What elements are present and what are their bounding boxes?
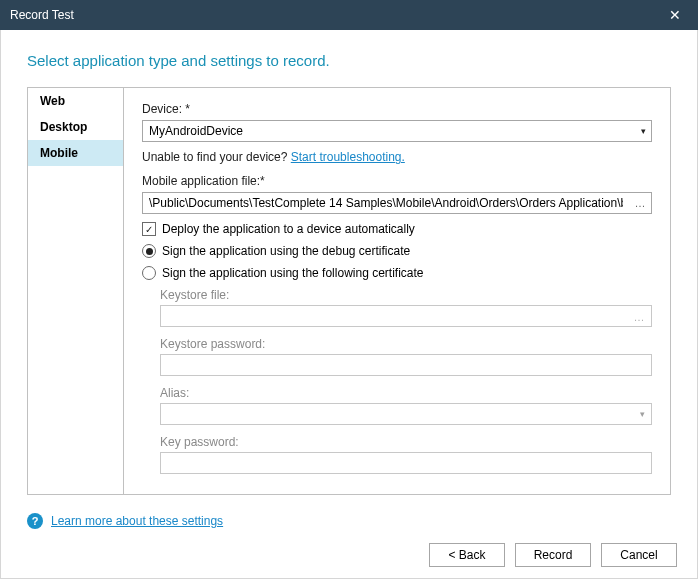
device-label: Device: * bbox=[142, 102, 652, 116]
titlebar: Record Test ✕ bbox=[0, 0, 698, 30]
appfile-label: Mobile application file:* bbox=[142, 174, 652, 188]
back-button[interactable]: < Back bbox=[429, 543, 505, 567]
content: Select application type and settings to … bbox=[1, 30, 697, 505]
main-panel: Web Desktop Mobile Device: * MyAndroidDe… bbox=[27, 87, 671, 495]
info-icon: ? bbox=[27, 513, 43, 529]
deploy-label: Deploy the application to a device autom… bbox=[162, 222, 415, 236]
tab-mobile[interactable]: Mobile bbox=[28, 140, 123, 166]
sign-custom-row: Sign the application using the following… bbox=[142, 266, 652, 280]
record-button[interactable]: Record bbox=[515, 543, 591, 567]
tab-web[interactable]: Web bbox=[28, 88, 123, 114]
sign-debug-row: Sign the application using the debug cer… bbox=[142, 244, 652, 258]
appfile-input-wrap: \Public\Documents\TestComplete 14 Sample… bbox=[142, 192, 652, 214]
dialog-body: Select application type and settings to … bbox=[0, 30, 698, 579]
keystore-pwd-input bbox=[160, 354, 652, 376]
alias-select: ▾ bbox=[160, 403, 652, 425]
certificate-group: Keystore file: … Keystore password: Alia… bbox=[160, 288, 652, 474]
browse-icon: … bbox=[629, 308, 649, 326]
mobile-panel: Device: * MyAndroidDevice ▾ Unable to fi… bbox=[124, 88, 670, 494]
button-row: < Back Record Cancel bbox=[1, 533, 697, 579]
sign-custom-radio[interactable] bbox=[142, 266, 156, 280]
keystore-file-label: Keystore file: bbox=[160, 288, 652, 302]
appfile-value: \Public\Documents\TestComplete 14 Sample… bbox=[149, 193, 623, 213]
alias-label: Alias: bbox=[160, 386, 652, 400]
sign-debug-radio[interactable] bbox=[142, 244, 156, 258]
sign-custom-label: Sign the application using the following… bbox=[162, 266, 424, 280]
device-select-value: MyAndroidDevice bbox=[149, 121, 243, 141]
keystore-file-input: … bbox=[160, 305, 652, 327]
troubleshoot-link[interactable]: Start troubleshooting. bbox=[291, 150, 405, 164]
page-heading: Select application type and settings to … bbox=[27, 52, 671, 69]
appfile-input[interactable]: \Public\Documents\TestComplete 14 Sample… bbox=[142, 192, 652, 214]
chevron-down-icon: ▾ bbox=[640, 409, 645, 419]
browse-icon[interactable]: … bbox=[630, 194, 650, 212]
key-pwd-input bbox=[160, 452, 652, 474]
close-icon[interactable]: ✕ bbox=[660, 0, 690, 30]
window-title: Record Test bbox=[10, 8, 660, 22]
keystore-pwd-label: Keystore password: bbox=[160, 337, 652, 351]
tab-desktop[interactable]: Desktop bbox=[28, 114, 123, 140]
tab-list: Web Desktop Mobile bbox=[28, 88, 124, 494]
learn-more-row: ? Learn more about these settings bbox=[1, 505, 697, 533]
cancel-button[interactable]: Cancel bbox=[601, 543, 677, 567]
sign-debug-label: Sign the application using the debug cer… bbox=[162, 244, 410, 258]
deploy-checkbox[interactable]: ✓ bbox=[142, 222, 156, 236]
deploy-checkbox-row: ✓ Deploy the application to a device aut… bbox=[142, 222, 652, 236]
learn-more-link[interactable]: Learn more about these settings bbox=[51, 514, 223, 528]
device-help-text: Unable to find your device? Start troubl… bbox=[142, 150, 652, 164]
chevron-down-icon: ▾ bbox=[641, 121, 646, 141]
device-select[interactable]: MyAndroidDevice ▾ bbox=[142, 120, 652, 142]
key-pwd-label: Key password: bbox=[160, 435, 652, 449]
